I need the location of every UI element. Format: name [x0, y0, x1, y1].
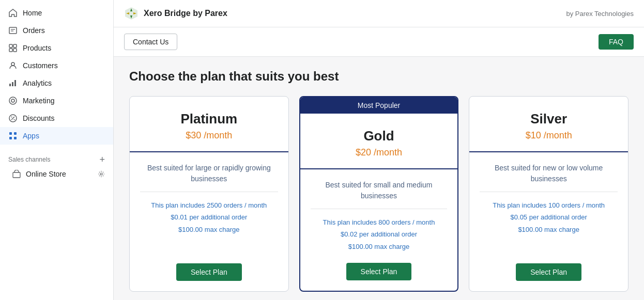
customers-icon: [8, 61, 18, 70]
plan-header-platinum: Platinum $30 /month: [130, 97, 288, 152]
sidebar-item-discounts-label: Discounts: [23, 114, 54, 122]
plan-details-gold: This plan includes 800 orders / month $0…: [323, 216, 435, 252]
store-icon: [12, 170, 21, 178]
svg-point-11: [9, 97, 17, 104]
plan-price-silver: $10 /month: [480, 130, 618, 141]
select-plan-button-silver[interactable]: Select Plan: [516, 263, 581, 281]
svg-rect-8: [9, 84, 11, 86]
svg-point-16: [14, 119, 15, 120]
plan-desc-gold: Best suited for small and medium busines…: [311, 180, 448, 201]
plan-body-gold: Best suited for small and medium busines…: [300, 169, 458, 291]
svg-rect-19: [9, 137, 12, 139]
plan-desc-platinum: Best suited for large or rapidly growing…: [140, 163, 278, 184]
faq-button[interactable]: FAQ: [599, 34, 634, 50]
sidebar-item-marketing-label: Marketing: [23, 97, 54, 105]
page-heading: Choose the plan that suits you best: [129, 69, 628, 84]
plan-card-silver: Silver $10 /month Best suited for new or…: [469, 96, 628, 292]
plans-content: Choose the plan that suits you best Plat…: [114, 57, 644, 300]
sidebar-item-discounts[interactable]: Discounts: [0, 109, 113, 127]
plan-body-platinum: Best suited for large or rapidly growing…: [130, 152, 288, 291]
plan-header-gold: Gold $20 /month: [300, 114, 458, 169]
sidebar-item-orders[interactable]: Orders: [0, 22, 113, 39]
svg-rect-9: [12, 82, 13, 86]
toolbar: Contact Us FAQ: [114, 27, 644, 57]
sidebar-item-orders-label: Orders: [23, 26, 45, 35]
sidebar-nav: Home Orders Products Customers Analytics: [0, 0, 113, 149]
sidebar: Home Orders Products Customers Analytics: [0, 0, 114, 300]
svg-rect-5: [9, 49, 12, 52]
plan-card-gold: Most Populer Gold $20 /month Best suited…: [299, 96, 459, 292]
plan-body-silver: Best suited for new or low volume busine…: [469, 152, 628, 291]
sidebar-item-customers[interactable]: Customers: [0, 57, 113, 74]
plan-divider-silver: [480, 192, 618, 192]
app-by-label: by Parex Technologies: [566, 10, 634, 18]
sidebar-item-analytics-label: Analytics: [23, 79, 52, 87]
xero-bridge-logo: [124, 6, 139, 21]
app-title-group: Xero Bridge by Parex: [124, 6, 227, 21]
sales-channels-label: Sales channels: [8, 156, 50, 163]
plan-divider-platinum: [140, 192, 278, 192]
sidebar-item-customers-label: Customers: [23, 61, 58, 70]
plan-desc-silver: Best suited for new or low volume busine…: [480, 163, 618, 184]
svg-rect-0: [9, 27, 17, 34]
svg-point-12: [11, 99, 14, 102]
svg-rect-21: [13, 172, 20, 178]
plans-grid: Platinum $30 /month Best suited for larg…: [129, 96, 628, 292]
online-store-label: Online Store: [26, 170, 66, 178]
plan-divider-gold: [311, 209, 448, 209]
sidebar-item-home[interactable]: Home: [0, 4, 113, 22]
select-plan-button-platinum[interactable]: Select Plan: [176, 263, 242, 281]
sidebar-item-analytics[interactable]: Analytics: [0, 74, 113, 92]
svg-point-22: [100, 173, 102, 175]
svg-rect-3: [9, 44, 12, 48]
contact-us-button[interactable]: Contact Us: [124, 34, 177, 50]
app-header: Xero Bridge by Parex by Parex Technologi…: [114, 0, 644, 27]
home-icon: [8, 8, 18, 18]
plan-card-platinum: Platinum $30 /month Best suited for larg…: [129, 96, 289, 292]
svg-rect-18: [14, 132, 17, 135]
add-sales-channel-icon[interactable]: +: [99, 155, 105, 164]
sidebar-item-online-store[interactable]: Online Store: [0, 166, 113, 182]
sidebar-item-marketing[interactable]: Marketing: [0, 92, 113, 109]
discounts-icon: [8, 114, 18, 123]
popular-badge: Most Populer: [300, 97, 458, 114]
svg-rect-17: [9, 132, 12, 135]
svg-point-7: [11, 62, 14, 66]
svg-rect-20: [14, 137, 17, 139]
sidebar-item-apps-label: Apps: [23, 132, 39, 140]
sales-channels-section: Sales channels +: [0, 149, 113, 166]
sidebar-item-apps[interactable]: Apps: [0, 127, 113, 145]
sidebar-item-home-label: Home: [23, 9, 42, 17]
svg-rect-4: [13, 44, 17, 48]
select-plan-button-gold[interactable]: Select Plan: [346, 263, 412, 280]
marketing-icon: [8, 96, 18, 105]
apps-icon: [8, 131, 18, 140]
plan-price-gold: $20 /month: [311, 147, 448, 158]
plan-details-platinum: This plan includes 2500 orders / month $…: [151, 199, 267, 235]
sidebar-item-products-label: Products: [23, 44, 51, 52]
svg-rect-6: [13, 49, 17, 52]
orders-icon: [8, 26, 18, 35]
sidebar-item-products[interactable]: Products: [0, 39, 113, 57]
analytics-icon: [8, 78, 18, 88]
svg-rect-10: [14, 80, 16, 86]
plan-name-platinum: Platinum: [140, 111, 278, 127]
online-store-settings-icon[interactable]: [98, 170, 105, 178]
plan-details-silver: This plan includes 100 orders / month $0…: [493, 199, 605, 235]
plan-name-silver: Silver: [480, 111, 618, 127]
app-title-text: Xero Bridge by Parex: [144, 9, 227, 18]
products-icon: [8, 43, 18, 53]
svg-point-15: [11, 117, 12, 118]
plan-price-platinum: $30 /month: [140, 130, 278, 141]
main-content: Xero Bridge by Parex by Parex Technologi…: [114, 0, 644, 300]
plan-name-gold: Gold: [311, 128, 448, 144]
plan-header-silver: Silver $10 /month: [469, 97, 628, 152]
